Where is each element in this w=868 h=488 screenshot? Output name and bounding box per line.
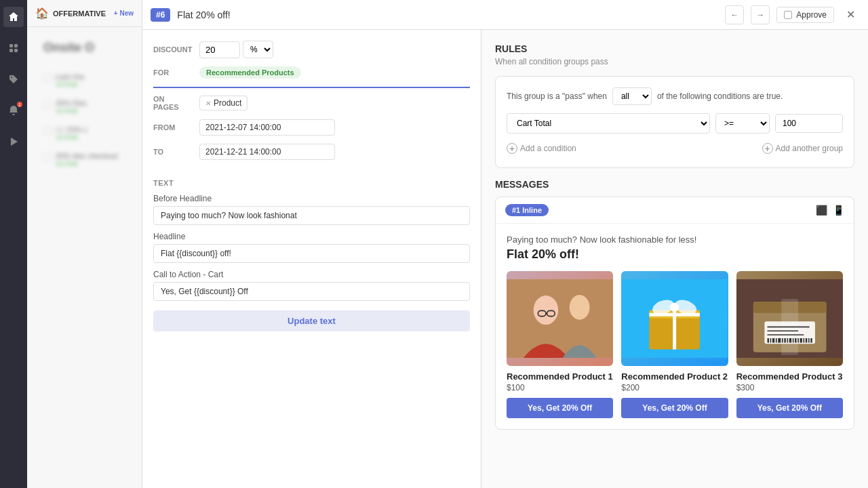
close-button[interactable]: ✕	[841, 5, 860, 24]
cta-cart-label: Call to Action - Cart	[153, 270, 470, 279]
add-group-label: Add another group	[776, 144, 843, 153]
svg-rect-43	[806, 338, 807, 343]
content-split: DISCOUNT % $ FOR Recommended Products ON…	[142, 30, 868, 488]
home-icon[interactable]	[3, 7, 24, 27]
product-image-3	[736, 271, 843, 366]
message-before-headline: Paying too much? Now look fashionable fo…	[507, 235, 843, 245]
item-checkbox[interactable]	[43, 100, 52, 108]
to-input[interactable]	[199, 144, 335, 160]
product-btn-2[interactable]: Yes, Get 20% Off	[621, 398, 728, 418]
add-condition-label: Add a condition	[520, 144, 576, 153]
pass-select[interactable]: all any	[612, 87, 652, 105]
bell-icon[interactable]: 1	[3, 100, 24, 121]
add-condition-button[interactable]: + Add a condition	[507, 140, 576, 157]
svg-rect-33	[778, 338, 781, 343]
list-item[interactable]: 20% disc checkout ACTIVE	[35, 146, 134, 173]
product-btn-1[interactable]: Yes, Get 20% Off	[507, 398, 613, 418]
pass-label-before: This group is a "pass" when	[507, 92, 607, 101]
on-pages-label: ONPAGES	[153, 95, 194, 111]
campaign-title-input[interactable]	[177, 9, 718, 20]
product-card-2: Recommended Product 2 $200 Yes, Get 20% …	[621, 271, 728, 418]
cta-cart-input[interactable]	[153, 282, 470, 301]
condition-value-input[interactable]	[775, 114, 843, 133]
svg-point-7	[534, 296, 558, 325]
right-panel: RULES When all condition groups pass Thi…	[481, 30, 868, 488]
add-group-icon: +	[762, 143, 773, 154]
item-checkbox[interactable]	[43, 74, 52, 82]
item-checkbox[interactable]	[43, 153, 52, 161]
discount-unit-select[interactable]: % $	[243, 41, 273, 58]
discount-input[interactable]	[199, 41, 240, 58]
svg-rect-32	[776, 338, 777, 343]
product-name-3: Recommended Product 3	[736, 371, 843, 382]
product-card-1: Recommended Product 1 $100 Yes, Get 20% …	[507, 271, 613, 418]
page-tag-label: Product	[214, 98, 241, 108]
update-text-button[interactable]: Update text	[153, 310, 470, 331]
before-headline-input[interactable]	[153, 206, 470, 225]
approve-checkbox[interactable]	[784, 11, 792, 19]
svg-rect-31	[772, 338, 774, 343]
for-tag[interactable]: Recommended Products	[199, 66, 301, 79]
text-section-title: TEXT	[153, 179, 470, 187]
tag-icon[interactable]	[3, 69, 24, 89]
campaign-list: Last cha ACTIVE 25% Disc ACTIVE □□ 15% c…	[35, 62, 134, 178]
brand-name: OFFERMATIVE	[53, 9, 106, 18]
item-name: 25% Disc	[56, 99, 125, 107]
svg-rect-37	[789, 338, 791, 343]
from-input[interactable]	[199, 119, 335, 136]
puzzle-icon[interactable]	[3, 38, 24, 58]
list-item[interactable]: □□ 15% c ACTIVE	[35, 120, 134, 146]
headline-input[interactable]	[153, 244, 470, 263]
svg-rect-3	[14, 49, 18, 52]
new-button[interactable]: + New	[114, 9, 134, 17]
play-icon[interactable]	[3, 131, 24, 152]
product-price-2: $200	[621, 383, 728, 392]
tag-remove-icon[interactable]: ✕	[205, 100, 211, 107]
sidebar-icons: 1	[0, 0, 27, 488]
message-card-header: #1 Inline ⬛ 📱	[496, 197, 854, 224]
product-image-2	[621, 271, 728, 366]
approve-button[interactable]: Approve	[776, 7, 834, 23]
item-checkbox[interactable]	[43, 127, 52, 135]
mobile-icon[interactable]: 📱	[833, 205, 844, 216]
prev-button[interactable]: ←	[725, 5, 744, 24]
condition-field-select[interactable]: Cart Total	[507, 113, 710, 134]
message-body: Paying too much? Now look fashionable fo…	[496, 224, 854, 429]
message-tag[interactable]: #1 Inline	[505, 204, 549, 216]
pass-label-after: of the following conditions are true.	[657, 92, 783, 101]
svg-rect-42	[803, 338, 804, 343]
item-name: Last cha	[56, 73, 125, 81]
product-grid: Recommended Product 1 $100 Yes, Get 20% …	[507, 271, 843, 418]
svg-rect-36	[787, 338, 788, 343]
product-image-1	[507, 271, 613, 366]
rules-subtitle: When all condition groups pass	[495, 57, 854, 66]
product-price-3: $300	[736, 383, 843, 392]
approve-label: Approve	[796, 10, 827, 20]
desktop-icon[interactable]: ⬛	[816, 205, 827, 216]
product-name-2: Recommended Product 2	[621, 371, 728, 382]
next-button[interactable]: →	[751, 5, 770, 24]
for-label: FOR	[153, 68, 194, 77]
product-btn-3[interactable]: Yes, Get 20% Off	[736, 398, 843, 418]
add-another-group-button[interactable]: + Add another group	[762, 140, 843, 157]
svg-rect-45	[810, 338, 812, 343]
list-item[interactable]: 25% Disc ACTIVE	[35, 94, 134, 120]
view-icons: ⬛ 📱	[816, 205, 844, 216]
group-footer: + Add a condition + Add another group	[507, 140, 843, 157]
condition-op-select[interactable]: >= <= =	[715, 113, 770, 134]
from-row: FROM	[153, 119, 470, 136]
add-condition-icon: +	[507, 143, 517, 154]
product-name-1: Recommended Product 1	[507, 371, 613, 382]
svg-rect-41	[800, 338, 802, 343]
page-tag[interactable]: ✕ Product	[199, 96, 248, 110]
svg-rect-0	[9, 44, 13, 47]
product-price-1: $100	[507, 383, 613, 392]
onsite-header: Onsite O	[35, 34, 134, 62]
message-headline: Flat 20% off!	[507, 247, 843, 262]
group-pass-row: This group is a "pass" when all any of t…	[507, 87, 843, 105]
svg-rect-30	[770, 338, 771, 343]
on-pages-row: ONPAGES ✕ Product	[153, 95, 470, 111]
top-bar: #6 ← → Approve ✕	[142, 0, 868, 30]
list-item[interactable]: Last cha ACTIVE	[35, 67, 134, 94]
svg-rect-34	[782, 338, 783, 343]
